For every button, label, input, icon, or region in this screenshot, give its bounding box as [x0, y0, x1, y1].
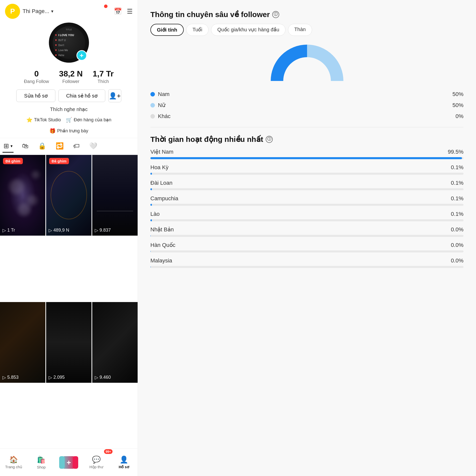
filter-tab-country[interactable]: Quốc gia/khu vực hàng đầu: [211, 24, 285, 36]
video-cell-2[interactable]: Đã ghim ▷ 489,9 N: [46, 155, 91, 236]
tab-tagged[interactable]: 🏷: [72, 140, 81, 153]
female-label: Nữ: [158, 102, 165, 109]
likes-stat[interactable]: 1,7 Tr Thích: [93, 69, 114, 84]
left-panel: P Thi Page... ▾ 📅 ☰ TITLE ♥ I LOVE YOU: [0, 0, 138, 476]
shop-nav-icon: 🛍️: [37, 456, 46, 464]
username-area: Thi Page... ▾: [23, 8, 53, 15]
country-item-4: Lào 0.1%: [150, 211, 463, 221]
play-count-4: ▷ 5.853: [3, 375, 19, 380]
progress-fill-6: [150, 250, 151, 252]
nav-home[interactable]: 🏠 Trang chủ: [0, 451, 28, 473]
view-count-2: 489,9 N: [53, 228, 69, 233]
view-count-3: 9.837: [100, 228, 111, 233]
profile-badge[interactable]: P: [5, 4, 20, 19]
video-cell-4[interactable]: ▷ 5.853: [0, 302, 45, 383]
menu-button[interactable]: ☰: [127, 8, 133, 15]
progress-track-3: [150, 204, 463, 206]
filter-tab-other[interactable]: Thàn: [288, 24, 312, 36]
video-cell-5[interactable]: ▷ 2.095: [46, 302, 91, 383]
filter-tab-gender[interactable]: Giới tính: [150, 24, 184, 36]
tab-dropdown-icon: ▾: [11, 144, 13, 148]
edit-profile-button[interactable]: Sửa hồ sơ: [16, 89, 55, 102]
country-name-5: Nhật Bản: [150, 226, 174, 233]
follower-section-title: Thông tin chuyên sâu về follower ⓘ: [150, 10, 463, 19]
activity-info-icon[interactable]: ⓘ: [266, 136, 273, 143]
play-icon-3: ▷: [95, 228, 98, 233]
tab-liked[interactable]: 🤍: [88, 140, 98, 153]
follower-info-icon[interactable]: ⓘ: [272, 11, 279, 18]
likes-count: 1,7 Tr: [93, 69, 114, 78]
calendar-button[interactable]: 📅: [114, 8, 122, 15]
country-pct-2: 0.1%: [451, 180, 463, 186]
video-cell-1[interactable]: Đã ghim ▷ 1 Tr: [0, 155, 45, 236]
progress-track-4: [150, 219, 463, 221]
music-item-5: ♥ Hehe: [55, 53, 64, 57]
dropdown-arrow-icon[interactable]: ▾: [51, 9, 53, 14]
female-dot: [150, 103, 155, 108]
add-friend-button[interactable]: 👤+: [108, 89, 121, 102]
videos-grid-icon: ⊞: [4, 142, 9, 150]
play-count-6: ▷ 9.460: [95, 375, 111, 380]
play-count-2: ▷ 489,9 N: [49, 228, 69, 233]
section-divider: [150, 127, 463, 127]
country-name-2: Đài Loan: [150, 180, 172, 186]
filter-tab-age[interactable]: Tuổi: [186, 24, 209, 36]
links-row: ⭐ TikTok Studio 🛒 Đơn hàng của bạn 🎁 Phầ…: [5, 117, 133, 134]
country-header-4: Lào 0.1%: [150, 211, 463, 217]
tab-videos[interactable]: ⊞ ▾: [3, 140, 14, 153]
music-item-4: ♥ Love Me: [55, 48, 68, 52]
progress-track-1: [150, 173, 463, 175]
tiktok-studio-icon: ⭐: [26, 117, 33, 123]
tab-lock[interactable]: 🔒: [37, 140, 47, 153]
right-panel: Thông tin chuyên sâu về follower ⓘ Giới …: [138, 0, 476, 476]
progress-track-6: [150, 250, 463, 252]
tab-repost[interactable]: 🔁: [55, 140, 65, 153]
tiktok-studio-link[interactable]: ⭐ TikTok Studio: [26, 117, 61, 123]
inbox-badge: 99+: [104, 449, 113, 454]
share-profile-button[interactable]: Chia sẻ hồ sơ: [58, 89, 105, 102]
profile-section: TITLE ♥ I LOVE YOU ♥ BUT U ♥ Don't ♥: [0, 20, 138, 138]
country-name-4: Lào: [150, 211, 160, 217]
heart-icon-5: ♥: [55, 53, 57, 57]
country-pct-4: 0.1%: [451, 211, 463, 217]
orders-link[interactable]: 🛒 Đơn hàng của bạn: [66, 117, 111, 123]
nav-shop[interactable]: 🛍️ Shop: [28, 451, 55, 473]
tab-shop[interactable]: 🛍: [21, 140, 30, 153]
country-item-0: Việt Nam 99.5%: [150, 149, 463, 159]
shop-bag-icon: 🛍: [22, 142, 29, 150]
music-item-1: ♥ I LOVE YOU: [55, 33, 74, 37]
male-dot: [150, 92, 155, 97]
add-button[interactable]: +: [61, 456, 76, 469]
country-pct-5: 0.0%: [451, 226, 463, 233]
nav-add[interactable]: +: [55, 451, 83, 473]
add-avatar-button[interactable]: +: [76, 50, 87, 61]
plus-icon: +: [67, 458, 71, 467]
home-label: Trang chủ: [5, 465, 23, 469]
country-item-2: Đài Loan 0.1%: [150, 180, 463, 190]
country-item-6: Hàn Quốc 0.0%: [150, 242, 463, 252]
bottom-nav: 🏠 Trang chủ 🛍️ Shop + 💬 99+ Hộp thư 👤 Hồ…: [0, 448, 138, 476]
tiktok-studio-label: TikTok Studio: [34, 117, 61, 123]
follower-stat[interactable]: 38,2 N Follower: [59, 69, 83, 84]
top-bar-right: 📅 ☰: [114, 8, 133, 15]
nav-inbox[interactable]: 💬 99+ Hộp thư: [82, 451, 110, 473]
tag-icon: 🏷: [73, 142, 80, 150]
progress-track-2: [150, 188, 463, 190]
legend-female-left: Nữ: [150, 102, 165, 109]
nav-profile[interactable]: 👤 Hồ sơ: [110, 451, 138, 473]
country-pct-0: 99.5%: [448, 149, 463, 155]
heart-icon-1: ♥: [55, 33, 57, 37]
legend-male: Nam 50%: [150, 91, 463, 98]
showcase-link[interactable]: 🎁 Phần trưng bày: [49, 128, 88, 134]
other-label: Khác: [158, 113, 170, 120]
video-grid: Đã ghim ▷ 1 Tr Đã ghim ▷ 489,9 N ▷ 9.837: [0, 155, 138, 448]
video-cell-3[interactable]: ▷ 9.837: [92, 155, 138, 236]
showcase-label: Phần trưng bày: [57, 128, 88, 134]
donut-chart: [269, 43, 345, 83]
legend-other-left: Khác: [150, 113, 170, 120]
following-stat[interactable]: 0 Đang Follow: [24, 69, 49, 84]
follower-title-text: Thông tin chuyên sâu về follower: [150, 10, 270, 19]
video-cell-6[interactable]: ▷ 9.460: [92, 302, 138, 383]
following-label: Đang Follow: [24, 79, 49, 84]
heart-icon-4: ♥: [55, 48, 57, 52]
